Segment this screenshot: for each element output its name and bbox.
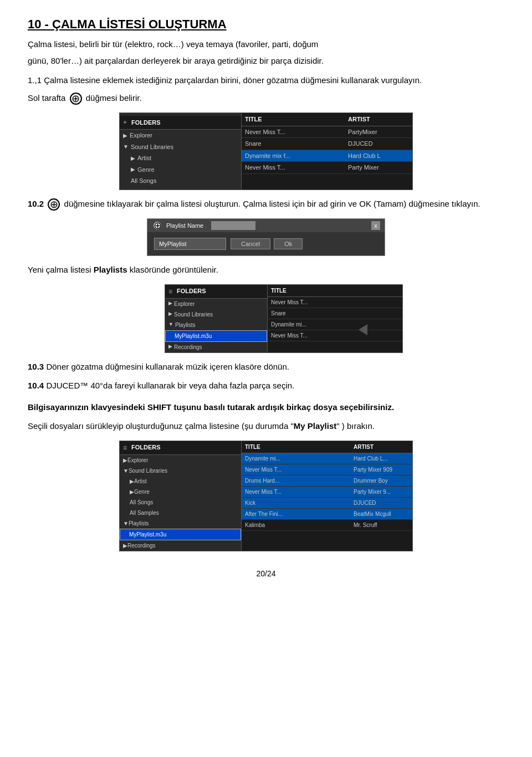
folder-item2-playlists[interactable]: ▼ Playlists <box>165 320 267 330</box>
track-artist-4: Party Mixer <box>348 163 409 172</box>
browser-screenshot1: + FOLDERS ▶ Explorer ▼ Sound Libraries ▶… <box>119 112 413 190</box>
track-title3-7: Kalimba <box>245 521 354 529</box>
track-row3-2[interactable]: Never Miss T... Party Mixer 909 <box>242 464 412 475</box>
folder-item-artist[interactable]: ▶ Artist <box>120 152 241 164</box>
folder-label-artist: Artist <box>137 154 151 163</box>
track-artist-3: Hard Club L <box>348 151 409 161</box>
folders-label3: FOLDERS <box>131 443 161 452</box>
track-row-3[interactable]: Dynamite mix f... Hard Club L <box>242 150 412 162</box>
dialog-icon <box>154 222 161 229</box>
track-row3-1[interactable]: Dynamite mi... Hard Club L... <box>242 453 412 464</box>
arrow-icon: ▶ <box>168 310 172 318</box>
folder-label3-playlists: Playlists <box>129 519 149 528</box>
track-artist-1: PartyMixer <box>348 127 409 137</box>
track-row-1[interactable]: Never Miss T... PartyMixer <box>242 126 412 139</box>
track-title-4: Never Miss T... <box>245 163 348 172</box>
folders-label1: FOLDERS <box>131 118 161 127</box>
track-row3-6[interactable]: After The Fini... BeatMix Mcgull <box>242 509 412 520</box>
cancel-button[interactable]: Cancel <box>231 238 270 249</box>
col-title-header2: TITLE <box>271 287 399 295</box>
track-row2-4[interactable]: Never Miss T... <box>268 330 402 341</box>
column-headers3: TITLE ARTIST <box>242 441 412 453</box>
folder-label3-soundlibs: Sound Libraries <box>129 467 167 475</box>
folder-item2-myplaylist[interactable]: MyPlaylist.m3u <box>165 330 267 342</box>
track-title3-3: Drums Hard... <box>245 477 354 485</box>
folder-item-genre[interactable]: ▶ Genre <box>120 164 241 176</box>
playlists-label: Playlists <box>94 265 127 274</box>
folder-label3-allsamples: All Samples <box>130 509 159 517</box>
column-headers2: TITLE <box>268 285 402 297</box>
browser-left-panel3: ≡ FOLDERS ▶ Explorer ▼ Sound Libraries ▶… <box>120 441 242 551</box>
track-title2-2: Snare <box>271 309 399 318</box>
folder-item3-allsamples[interactable]: All Samples <box>120 508 241 518</box>
track-row3-7[interactable]: Kalimba Mr. Scruff <box>242 520 412 531</box>
col-artist-header3: ARTIST <box>354 443 409 451</box>
ok-button[interactable]: Ok <box>274 238 303 249</box>
folder-item3-myplaylist[interactable]: MyPlaylist.m3u <box>120 529 241 540</box>
track-row2-1[interactable]: Never Miss T... <box>268 297 402 308</box>
arrow-icon: ▶ <box>131 165 135 173</box>
folder-item3-soundlibs[interactable]: ▼ Sound Libraries <box>120 466 241 476</box>
browser-screenshot3: ≡ FOLDERS ▶ Explorer ▼ Sound Libraries ▶… <box>119 441 413 551</box>
track-title2-4: Never Miss T... <box>271 331 399 340</box>
track-row-4[interactable]: Never Miss T... Party Mixer <box>242 162 412 174</box>
folder-item-soundlibs[interactable]: ▼ Sound Libraries <box>120 141 241 153</box>
track-title3-4: Never Miss T... <box>245 488 354 496</box>
folder-item2-explorer[interactable]: ▶ Explorer <box>165 299 267 309</box>
folder-item-allsongs[interactable]: All Songs <box>120 175 241 187</box>
arrow-icon: ▶ <box>130 488 134 496</box>
arrow-icon: ▶ <box>131 154 135 162</box>
step4-label: 10.4 <box>28 381 44 390</box>
arrow-icon: ▼ <box>168 321 173 329</box>
list-icon3: ≡ <box>123 443 127 453</box>
shift-text: Bilgisayarınızın klavyesindeki SHIFT tuş… <box>28 401 504 414</box>
rotary-icon <box>70 93 82 105</box>
browser-right-panel3: TITLE ARTIST Dynamite mi... Hard Club L.… <box>242 441 412 551</box>
track-row3-3[interactable]: Drums Hard... Drummer Boy <box>242 475 412 487</box>
dialog-title-left: Playlist Name ████████ <box>152 221 255 231</box>
dialog-body: Cancel Ok <box>147 232 385 255</box>
folder-item2-soundlibs[interactable]: ▶ Sound Libraries <box>165 309 267 320</box>
column-headers1: TITLE ARTIST <box>242 113 412 126</box>
track-row3-4[interactable]: Never Miss T... Party Mixer 9... <box>242 487 412 498</box>
browser-right-panel2: TITLE Never Miss T... Snare Dynamite mi.… <box>268 285 402 352</box>
left-header3: ≡ FOLDERS <box>120 441 241 455</box>
folder-label-soundlibs: Sound Libraries <box>131 142 173 152</box>
folders-label2: FOLDERS <box>177 287 206 296</box>
folder-label3-allsongs: All Songs <box>130 498 153 507</box>
arrow-icon: ▶ <box>168 343 172 351</box>
folder-label2-soundlibs: Sound Libraries <box>174 310 213 319</box>
list-icon: ≡ <box>168 287 172 296</box>
folder-label3-genre: Genre <box>134 488 150 496</box>
folder-item3-genre[interactable]: ▶ Genre <box>120 487 241 497</box>
col-title-header: TITLE <box>245 115 348 124</box>
folder-label3-recordings: Recordings <box>127 541 156 550</box>
folder-item-explorer[interactable]: ▶ Explorer <box>120 130 241 141</box>
step2-label: 10.2 <box>28 199 44 208</box>
folder-label3-explorer: Explorer <box>127 456 148 464</box>
track-title3-5: Kick <box>245 499 354 507</box>
dialog-close-button[interactable]: x <box>371 221 380 230</box>
screenshot3-container: ≡ FOLDERS ▶ Explorer ▼ Sound Libraries ▶… <box>28 441 504 551</box>
dialog-titlebar: Playlist Name ████████ x <box>147 219 385 233</box>
browser-right-panel1: TITLE ARTIST Never Miss T... PartyMixer … <box>242 113 412 190</box>
folder-label2-recordings: Recordings <box>174 343 202 351</box>
col-artist-header: ARTIST <box>348 115 409 124</box>
arrow-icon: ▶ <box>130 477 134 485</box>
step1-text: 1.,1 Çalma listesine eklemek istediğiniz… <box>28 74 504 87</box>
track-row-2[interactable]: Snare DJUCED <box>242 138 412 150</box>
folder-item2-recordings[interactable]: ▶ Recordings <box>165 342 267 352</box>
folder-item3-allsongs[interactable]: All Songs <box>120 497 241 508</box>
step2-text: 10.2 düğmesine tıklayarak bir çalma list… <box>28 198 504 211</box>
arrow-icon: ▶ <box>123 456 127 464</box>
track-row2-2[interactable]: Snare <box>268 308 402 319</box>
folder-item3-playlists[interactable]: ▼ Playlists <box>120 518 241 529</box>
folder-item3-recordings[interactable]: ▶ Recordings <box>120 540 241 551</box>
playlist-name-input[interactable] <box>154 238 226 250</box>
folder-item3-explorer[interactable]: ▶ Explorer <box>120 455 241 466</box>
track-row2-3[interactable]: Dynamite mi... <box>268 319 402 330</box>
track-title3-6: After The Fini... <box>245 510 354 518</box>
browser-left-panel2: ≡ FOLDERS ▶ Explorer ▶ Sound Libraries ▼… <box>165 285 268 352</box>
track-row3-5[interactable]: Kick DJUCED <box>242 498 412 509</box>
folder-item3-artist[interactable]: ▶ Artist <box>120 476 241 487</box>
